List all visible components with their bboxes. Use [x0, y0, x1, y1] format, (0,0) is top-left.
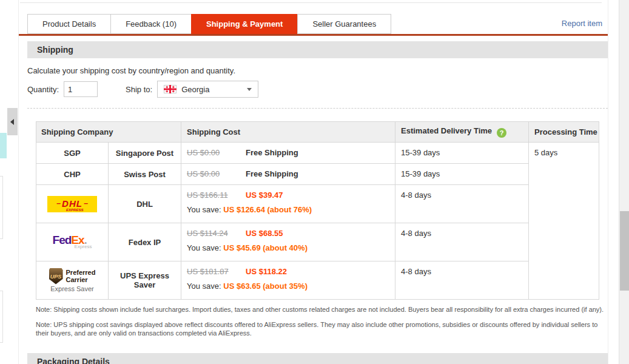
- carrier-name-cell: Swiss Post: [109, 164, 181, 185]
- shipping-cost-cell: US $0.00Free Shipping: [181, 143, 395, 164]
- shipping-row: DHLEXPRESSDHLUS $166.11US $39.47You save…: [36, 185, 599, 223]
- carrier-name-cell: Fedex IP: [109, 223, 181, 261]
- savings-line: You save: US $45.69 (about 40%): [187, 243, 395, 252]
- shipping-section-header: Shipping: [27, 41, 608, 58]
- col-header-shipping-company: Shipping Company: [36, 122, 181, 143]
- ship-to-select[interactable]: Georgia: [157, 81, 258, 98]
- carrier-logo-cell: SGP: [36, 143, 109, 164]
- left-panel-fragment: [0, 133, 7, 158]
- delivery-time-cell: 4-8 days: [395, 185, 529, 223]
- ship-to-value: Georgia: [181, 85, 209, 94]
- shipping-table: Shipping Company Shipping Cost Estimated…: [36, 121, 599, 300]
- discounted-price: US $68.55: [246, 229, 283, 238]
- savings-amount: US $126.64 (about 76%): [223, 205, 312, 214]
- ups-logo-icon: UPSPreferredCarrierExpress Saver: [49, 268, 96, 292]
- discounted-price: US $118.22: [246, 267, 287, 276]
- savings-line: You save: US $126.64 (about 76%): [187, 205, 395, 214]
- main-content: Product Details Feedback (10) Shipping &…: [18, 0, 608, 364]
- shipping-section-title: Shipping: [37, 45, 73, 55]
- delivery-time-cell: 15-39 days: [395, 143, 529, 164]
- original-price: US $114.24: [187, 229, 228, 238]
- savings-amount: US $63.65 (about 35%): [223, 281, 308, 291]
- page: Product Details Feedback (10) Shipping &…: [0, 0, 629, 364]
- col-header-delivery-time: Estimated Delivery Time?: [395, 122, 529, 143]
- left-edge-box: [0, 176, 3, 239]
- free-shipping-label: Free Shipping: [246, 148, 298, 157]
- original-price: US $0.00: [187, 169, 220, 178]
- divider: [20, 2, 602, 3]
- tab-seller-guarantees[interactable]: Seller Guarantees: [297, 14, 391, 34]
- shipping-table-body: SGPSingapore PostUS $0.00Free Shipping15…: [36, 143, 599, 300]
- carrier-name-cell: DHL: [109, 185, 181, 223]
- left-edge-box: [0, 291, 3, 343]
- dhl-logo-icon: DHLEXPRESS: [47, 196, 97, 212]
- shipping-description: Calculate your shipping cost by country/…: [27, 66, 608, 75]
- col-header-shipping-cost: Shipping Cost: [181, 122, 395, 143]
- tab-product-details[interactable]: Product Details: [27, 14, 111, 34]
- chevron-down-icon: [247, 88, 252, 91]
- carrier-code: SGP: [64, 149, 80, 158]
- scrollbar-thumb[interactable]: [620, 211, 629, 291]
- original-price: US $0.00: [187, 148, 220, 157]
- shipping-row: SGPSingapore PostUS $0.00Free Shipping15…: [36, 143, 599, 164]
- free-shipping-label: Free Shipping: [246, 169, 298, 178]
- delivery-time-cell: 4-8 days: [395, 223, 529, 261]
- shipping-cost-cell: US $114.24US $68.55You save: US $45.69 (…: [181, 223, 395, 261]
- table-header-row: Shipping Company Shipping Cost Estimated…: [36, 122, 599, 143]
- discounted-price: US $39.47: [246, 190, 283, 200]
- ship-to-label: Ship to:: [126, 85, 152, 94]
- shipping-row: CHPSwiss PostUS $0.00Free Shipping15-39 …: [36, 164, 599, 185]
- shipping-row: FedEx.ExpressFedex IPUS $114.24US $68.55…: [36, 223, 599, 261]
- packaging-section-title: Packaging Details: [37, 357, 110, 364]
- delivery-time-cell: 4-8 days: [395, 261, 529, 300]
- packaging-section-header: Packaging Details: [27, 353, 608, 364]
- carrier-name-cell: UPS Express Saver: [109, 261, 181, 300]
- georgia-flag-icon: [164, 85, 177, 93]
- shipping-cost-cell: US $0.00Free Shipping: [181, 164, 395, 185]
- col-header-processing-time: Processing Time: [529, 122, 599, 143]
- carrier-logo-cell: CHP: [36, 164, 109, 185]
- shipping-cost-cell: US $166.11US $39.47You save: US $126.64 …: [181, 185, 395, 223]
- delivery-time-cell: 15-39 days: [395, 164, 529, 185]
- help-icon[interactable]: ?: [497, 128, 506, 138]
- scrollbar-track[interactable]: [619, 0, 629, 364]
- carrier-logo-cell: UPSPreferredCarrierExpress Saver: [36, 261, 109, 300]
- sidebar-collapse-button[interactable]: [7, 108, 18, 135]
- report-item-link[interactable]: Report item: [562, 19, 602, 28]
- shipping-row: UPSPreferredCarrierExpress SaverUPS Expr…: [36, 261, 599, 300]
- quantity-input[interactable]: [64, 81, 98, 97]
- savings-amount: US $45.69 (about 40%): [223, 243, 308, 252]
- shipping-cost-cell: US $181.87US $118.22You save: US $63.65 …: [181, 261, 395, 300]
- shipping-controls: Quantity: Ship to: Georgia: [27, 81, 608, 98]
- savings-line: You save: US $63.65 (about 35%): [187, 281, 395, 291]
- tab-shipping-payment[interactable]: Shipping & Payment: [191, 14, 298, 34]
- fedex-logo-icon: FedEx.Express: [53, 234, 92, 249]
- carrier-code: CHP: [64, 170, 80, 179]
- ups-note: Note: UPS shipping cost savings displaye…: [36, 320, 606, 337]
- carrier-logo-cell: FedEx.Express: [36, 223, 109, 261]
- tab-bar: Product Details Feedback (10) Shipping &…: [19, 14, 608, 34]
- carrier-logo-cell: DHLEXPRESS: [36, 185, 109, 223]
- tab-underline: [19, 34, 608, 36]
- tab-feedback[interactable]: Feedback (10): [110, 14, 192, 34]
- original-price: US $181.87: [187, 267, 229, 276]
- carrier-name-cell: Singapore Post: [109, 143, 181, 164]
- shipping-note: Note: Shipping costs shown include fuel …: [36, 305, 606, 314]
- original-price: US $166.11: [187, 190, 228, 200]
- divider: [27, 108, 608, 109]
- processing-time-cell: 5 days: [529, 143, 599, 300]
- quantity-label: Quantity:: [27, 85, 59, 94]
- chevron-left-icon: [10, 119, 14, 125]
